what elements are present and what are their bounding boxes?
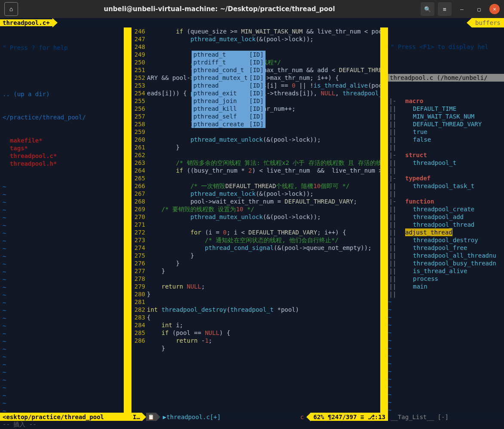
code-line[interactable]: pthread_cond_signal(&(pool->queue_not_em… [147, 244, 380, 252]
tag-item[interactable]: true [397, 128, 428, 135]
code-line[interactable]: if ((busy_thr_num * 2) < live_thr_num &&… [147, 167, 380, 174]
line-numbers: 2462472482492502512522532542552562572582… [131, 27, 147, 413]
code-line[interactable] [147, 221, 380, 228]
code-line[interactable]: } [147, 252, 380, 259]
tag-item[interactable]: threadpool_busy_threadn [397, 260, 496, 267]
completion-item[interactable]: pthread_kill[ID] [192, 105, 266, 113]
code-line[interactable]: /* 通知处在空闲状态的线程, 他们会自行终止*/ [147, 236, 380, 244]
tag-item[interactable]: threadpool_all_threadnu [397, 252, 496, 259]
tag-item[interactable]: DEFAULT_TIME [397, 105, 456, 112]
code-line[interactable]: /* 要销毁的线程数 设置为10 */ [147, 205, 380, 213]
tag-item[interactable]: threadpool_t [397, 159, 456, 166]
status-position: 62% ¶247/397 ≡ ⎇:13 [311, 413, 388, 421]
tag-item[interactable]: threadpool_thread [397, 221, 474, 228]
taglist-pane[interactable]: " Press <F1> to display hel threadpool.c… [388, 27, 504, 413]
completion-item[interactable]: pthread_t[ID] [192, 51, 266, 58]
code-line[interactable] [147, 43, 380, 51]
file-tree-item[interactable]: threadpool.h* [3, 160, 121, 167]
tag-category[interactable]: struct [397, 152, 427, 158]
completion-item[interactable]: pthread[ID] [192, 82, 266, 89]
code-line[interactable]: } [147, 259, 380, 267]
tag-item[interactable]: process [397, 275, 438, 282]
code-line[interactable] [147, 128, 380, 136]
paste-icon: 📋 [146, 413, 156, 421]
tag-item[interactable]: threadpool_destroy [397, 237, 478, 243]
code-line[interactable]: { [147, 313, 380, 321]
mode-label: -- 插入 -- [0, 421, 39, 429]
code-line[interactable]: int threadpool_destroy(threadpool_t *poo… [147, 306, 380, 313]
editor-pane[interactable]: 2462472482492502512522532542552562572582… [131, 27, 380, 413]
code-line[interactable]: pthread_mutex_unlock(&(pool->lock)); [147, 136, 380, 143]
code-line[interactable]: /* 销毁多余的空闲线程 算法: 忙线程x2 小于 存活的线程数 且 存活的线程… [147, 159, 380, 167]
tag-item[interactable]: threadpool_create [397, 206, 474, 213]
tag-item[interactable]: main [397, 283, 428, 290]
tag-item[interactable]: MIN_WAIT_TASK_NUM [397, 113, 474, 120]
completion-item[interactable]: pthread_self[ID] [192, 113, 266, 120]
status-right: __Tag_List__ [-] [388, 413, 504, 421]
code-line[interactable]: int i; [147, 321, 380, 329]
code-line[interactable]: } [147, 290, 380, 298]
file-tree-item[interactable]: tags* [3, 144, 121, 152]
completion-item[interactable]: pthread_mutex_t[ID] [192, 74, 266, 82]
completion-item[interactable]: pthread_join[ID] [192, 97, 266, 105]
window-controls: 🔍 ≡ — ▢ ✕ [421, 2, 500, 16]
tab-arrow-icon [52, 18, 58, 27]
code-line[interactable]: if (pool == NULL) { [147, 329, 380, 337]
code-line[interactable]: } [147, 267, 380, 275]
code-line[interactable] [147, 298, 380, 306]
tag-item[interactable]: false [397, 136, 431, 143]
completion-popup[interactable]: pthread_t[ID]ptrdiff_t[ID]pthread_cond_t… [192, 51, 266, 128]
code-line[interactable] [147, 275, 380, 283]
tag-item[interactable]: DEFAULT_THREAD_VARY [397, 121, 482, 128]
cwd-path: <esktop/practice/thread_pool [3, 414, 104, 420]
code-line[interactable]: pthread_mutex_lock(&(pool->lock)); [147, 35, 380, 43]
tag-category[interactable]: macro [397, 97, 423, 104]
main-area: " Press ? for help .. (up a dir) </pract… [0, 27, 504, 413]
dir-path[interactable]: </practice/thread_pool/ [3, 113, 121, 121]
tag-item[interactable]: is_thread_alive [397, 268, 467, 274]
terminal-icon[interactable]: ⌂ [4, 2, 18, 16]
status-left: <esktop/practice/thread_pool [0, 413, 131, 421]
vertical-split[interactable] [380, 27, 388, 413]
vertical-split[interactable] [124, 27, 131, 413]
tag-item[interactable]: adjust_thread [405, 228, 452, 236]
close-button[interactable]: ✕ [489, 4, 500, 14]
file-tree-item[interactable]: makefile* [3, 137, 121, 144]
buffers-label[interactable]: buffers [472, 18, 504, 27]
code-line[interactable]: } [147, 344, 380, 352]
file-tree-pane[interactable]: " Press ? for help .. (up a dir) </pract… [0, 27, 124, 413]
tag-category[interactable]: function [397, 198, 434, 205]
completion-item[interactable]: pthread_exit[ID] [192, 89, 266, 97]
nerdtree-help: " Press ? for help [3, 44, 121, 52]
window-title: unbeli@unbeli-virtual-machine: ~/Desktop… [18, 5, 421, 13]
tag-item[interactable]: threadpool_free [397, 244, 467, 251]
code-line[interactable]: for (i = 0; i < DEFAULT_THREAD_VARY; i++… [147, 228, 380, 236]
code-line[interactable] [147, 151, 380, 159]
tag-category[interactable]: typedef [397, 175, 431, 182]
code-line[interactable]: return NULL; [147, 283, 380, 290]
updir[interactable]: .. (up a dir) [3, 90, 121, 98]
code-line[interactable]: } [147, 143, 380, 151]
completion-item[interactable]: pthread_create[ID] [192, 120, 266, 128]
code-line[interactable]: pthread_mutex_lock(&(pool->lock)); [147, 190, 380, 198]
file-tree-item[interactable]: threadpool.c* [3, 152, 121, 160]
code-line[interactable] [147, 174, 380, 182]
arrow-icon [306, 413, 311, 421]
tab-active[interactable]: threadpool.c+ [0, 19, 52, 26]
tag-item[interactable]: threadpool_task_t [397, 183, 474, 189]
tag-item[interactable]: threadpool_add [397, 213, 464, 220]
code-line[interactable]: return -1; [147, 337, 380, 344]
taglist-file: threadpool.c (/home/unbeli/ [388, 74, 504, 82]
status-mid: I… 📋 ▶threadpool.c[+] c 62% ¶247/397 ≡ ⎇… [131, 413, 388, 421]
search-button[interactable]: 🔍 [421, 2, 434, 16]
completion-item[interactable]: ptrdiff_t[ID] [192, 58, 266, 66]
mode-chip: I… [131, 413, 142, 421]
code-line[interactable]: pthread_mutex_unlock(&(pool->lock)); [147, 213, 380, 221]
maximize-button[interactable]: ▢ [472, 2, 486, 16]
code-line[interactable]: if (queue_size >= MIN_WAIT_TASK_NUM && l… [147, 27, 380, 35]
code-line[interactable]: pool->wait_exit_thr_num = DEFAULT_THREAD… [147, 198, 380, 205]
menu-button[interactable]: ≡ [438, 2, 452, 16]
completion-item[interactable]: pthread_cond_t[ID] [192, 66, 266, 74]
minimize-button[interactable]: — [455, 2, 469, 16]
code-line[interactable]: /* 一次销毁DEFAULT_THREAD个线程, 隨機10個即可 */ [147, 182, 380, 190]
